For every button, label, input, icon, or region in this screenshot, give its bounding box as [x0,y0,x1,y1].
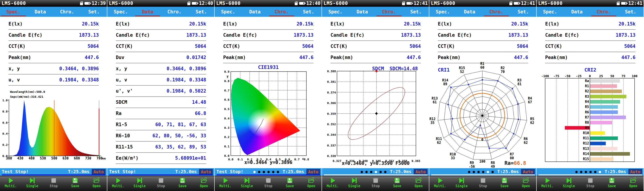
play-single-icon [566,177,572,184]
svg-text:0.4: 0.4 [2,132,8,135]
single-button[interactable]: Single [22,176,43,191]
row-value: 1873.13 [79,32,99,38]
save-button[interactable]: Save [386,176,408,191]
play-single-icon [244,177,250,184]
tab-chro[interactable]: Chro. [483,7,510,17]
tab-data[interactable]: Data [349,7,376,17]
device-title: LMS-6000 [216,1,294,6]
tab-chro[interactable]: Chro. [161,7,188,17]
tab-spec[interactable]: Spec. [107,7,134,17]
tab-chro[interactable]: Chro. [376,7,402,17]
data-row: CCT(K) 5064 [116,41,206,52]
open-button[interactable]: Open [515,176,537,191]
row-value: 20.15k [404,21,421,26]
stop-button[interactable]: Stop [150,176,172,191]
tab-data[interactable]: Data [242,7,268,17]
save-button[interactable]: Save [64,176,86,191]
row-label: E(lx) [438,21,452,26]
tab-chro[interactable]: Chro. [590,7,617,17]
data-row: Peak(nm) 447.6 [223,52,314,63]
tab-set[interactable]: Set. [617,7,644,17]
stop-button[interactable]: Stop [43,176,64,191]
button-label: Multi. [219,184,232,188]
panel-chro-cri1: LMS-6000 12:41 Spec.DataChro.Set. E(lx) … [429,0,537,191]
play-multi-icon [222,177,229,184]
tab-bar: Spec.DataChro.Set. [537,7,644,17]
clock: 12:39 [92,1,106,6]
svg-text:70: 70 [501,70,505,74]
single-button[interactable]: Single [344,176,365,191]
auto-mode-badge[interactable]: Auto [199,169,213,175]
row-value: 0.1984, 0.3348 [59,77,99,82]
auto-mode-badge[interactable]: Auto [628,169,642,175]
panel-spec: LMS-6000 12:39 Spec.DataChro.Set. E(lx) … [0,0,107,191]
multi-screen-strip: LMS-6000 12:39 Spec.DataChro.Set. E(lx) … [0,0,644,191]
open-button[interactable]: Open [622,176,644,191]
tab-spec[interactable]: Spec. [429,7,456,17]
multi-button[interactable]: Multi. [0,176,22,191]
play-multi-icon [437,177,444,184]
auto-mode-badge[interactable]: Auto [306,169,320,175]
row-label: E(lx) [116,21,130,26]
svg-text:530: 530 [40,156,46,160]
auto-mode-badge[interactable]: Auto [92,169,106,175]
svg-text:R13: R13 [432,96,438,100]
status-message: Test Stop! [109,169,136,174]
status-icons [187,1,198,5]
single-button[interactable]: Single [236,176,258,191]
tab-data[interactable]: Data [456,7,483,17]
tab-set[interactable]: Set. [80,7,107,17]
auto-mode-badge[interactable]: Auto [414,169,428,175]
button-label: Single [241,184,253,188]
status-icons [80,1,91,5]
tab-set[interactable]: Set. [188,7,215,17]
stop-button[interactable]: Stop [365,176,386,191]
svg-text:0.352: 0.352 [327,122,336,126]
single-button[interactable]: Single [451,176,472,191]
tab-spec[interactable]: Spec. [0,7,27,17]
toolbar: Multi.SingleStopSaveOpen [215,176,322,191]
save-button[interactable]: Save [494,176,515,191]
tab-spec[interactable]: Spec. [322,7,349,17]
tab-set[interactable]: Set. [510,7,537,17]
svg-text:25: 25 [599,74,603,78]
open-button[interactable]: Open [86,176,107,191]
multi-button[interactable]: Multi. [322,176,344,191]
tab-spec[interactable]: Spec. [215,7,242,17]
open-button[interactable]: Open [408,176,429,191]
button-label: Open [200,184,208,188]
svg-text:89: 89 [443,82,447,86]
svg-text:0.337: 0.337 [327,144,336,147]
multi-button[interactable]: Multi. [429,176,451,191]
save-button[interactable]: Save [172,176,193,191]
tab-chro[interactable]: Chro. [54,7,80,17]
row-value: 5064 [88,44,99,49]
svg-text:-100: -100 [541,74,549,78]
save-button[interactable]: Save [601,176,622,191]
auto-mode-badge[interactable]: Auto [521,169,535,175]
svg-text:33: 33 [451,156,455,160]
stop-button[interactable]: Stop [472,176,494,191]
integration-time: T:25.0ms [68,169,90,174]
tab-data[interactable]: Data [564,7,590,17]
tab-chro[interactable]: Chro. [268,7,295,17]
tab-data[interactable]: Data [134,7,161,17]
single-button[interactable]: Single [558,176,580,191]
save-button[interactable]: Save [279,176,300,191]
stop-button[interactable]: Stop [580,176,601,191]
svg-text:730: 730 [85,156,91,160]
multi-button[interactable]: Multi. [215,176,236,191]
tab-set[interactable]: Set. [402,7,429,17]
tab-spec[interactable]: Spec. [537,7,564,17]
multi-button[interactable]: Multi. [107,176,129,191]
open-button[interactable]: Open [300,176,322,191]
multi-button[interactable]: Multi. [537,176,558,191]
svg-text:R2: R2 [585,89,589,93]
button-label: Save [71,184,79,188]
integration-time: T:25.0ms [390,169,412,174]
tab-set[interactable]: Set. [295,7,322,17]
open-button[interactable]: Open [193,176,215,191]
stop-button[interactable]: Stop [258,176,279,191]
tab-data[interactable]: Data [27,7,54,17]
single-button[interactable]: Single [129,176,150,191]
